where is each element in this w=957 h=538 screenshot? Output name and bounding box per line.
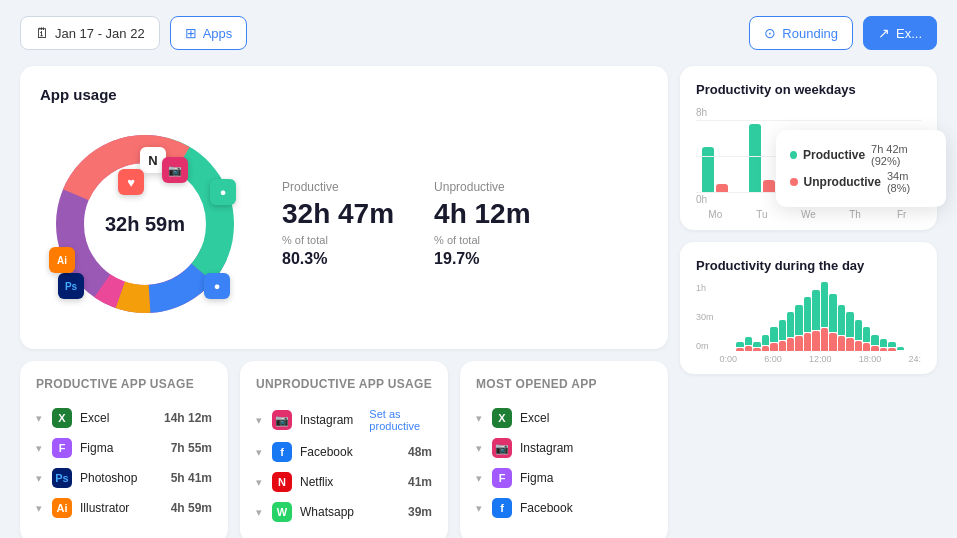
- day-bar-col: [880, 339, 887, 351]
- day-bars-wrap: 0:00 6:00 12:00 18:00 24:: [720, 283, 921, 364]
- day-prod-bar: [871, 335, 878, 345]
- day-unprod-bar: [888, 348, 895, 351]
- day-bar-col: [804, 297, 811, 351]
- most-opened-title: Most opened app: [476, 377, 652, 391]
- most-opened-app-row: ▾ F Figma: [476, 463, 652, 493]
- app-icon: X: [492, 408, 512, 428]
- day-prod-bar: [897, 347, 904, 350]
- unprod-bar: [763, 180, 775, 192]
- app-time: 39m: [408, 505, 432, 519]
- day-bar-col: [812, 290, 819, 351]
- app-stats: Productive 32h 47m % of total 80.3% Unpr…: [282, 180, 531, 268]
- app-time: 7h 55m: [171, 441, 212, 455]
- rounding-button[interactable]: ⊙ Rounding: [749, 16, 853, 50]
- date-range-button[interactable]: 🗓 Jan 17 - Jan 22: [20, 16, 160, 50]
- day-unprod-bar: [770, 343, 777, 351]
- app-icon: f: [272, 442, 292, 462]
- chevron-icon: ▾: [476, 502, 482, 515]
- chevron-icon: ▾: [256, 506, 262, 519]
- day-bar-col: [779, 320, 786, 351]
- day-bar-col: [897, 347, 904, 351]
- tooltip-prod-dot: [790, 151, 797, 159]
- day-chart-inner: 1h 30m 0m: [696, 283, 921, 364]
- app-name: Figma: [80, 441, 163, 455]
- set-productive-btn[interactable]: Set as productive: [369, 408, 432, 432]
- app-icon: f: [492, 498, 512, 518]
- tooltip-unproductive-row: Unproductive 34m (8%): [790, 170, 932, 194]
- app-usage-card: App usage: [20, 66, 668, 349]
- right-panel: Productivity on weekdays 8h: [680, 66, 937, 538]
- day-unprod-bar: [871, 346, 878, 351]
- app-name: Facebook: [520, 501, 652, 515]
- apps-label: Apps: [203, 26, 233, 41]
- apps-filter-button[interactable]: ⊞ Apps: [170, 16, 248, 50]
- day-bar-col: [829, 294, 836, 351]
- app-name: Netflix: [300, 475, 346, 489]
- app-time: 48m: [408, 445, 432, 459]
- chevron-icon: ▾: [476, 412, 482, 425]
- day-x-6: 6:00: [764, 354, 782, 364]
- day-unprod-bar: [779, 341, 786, 351]
- app-time: 4h 59m: [171, 501, 212, 515]
- day-unprod-bar: [795, 336, 802, 351]
- productive-app-row: ▾ Ps Photoshop 5h 41m: [36, 463, 212, 493]
- app-time: 14h 12m: [164, 411, 212, 425]
- app-icon: Ai: [52, 498, 72, 518]
- day-prod-bar: [779, 320, 786, 340]
- chevron-icon: ▾: [256, 446, 262, 459]
- unproductive-pct-label: % of total: [434, 234, 531, 246]
- app-icon: W: [272, 502, 292, 522]
- productive-app-row: ▾ F Figma 7h 55m: [36, 433, 212, 463]
- day-bar-col: [770, 327, 777, 351]
- app-time: 41m: [408, 475, 432, 489]
- day-bar-col: [871, 335, 878, 351]
- unproductive-apps-title: Unproductive app usage: [256, 377, 432, 391]
- prod-bar: [702, 147, 714, 192]
- productive-apps-title: Productive app usage: [36, 377, 212, 391]
- apps-icon: ⊞: [185, 25, 197, 41]
- grid-line-top: [696, 120, 921, 121]
- productive-value: 32h 47m: [282, 198, 394, 230]
- day-unprod-bar: [863, 343, 870, 351]
- productive-app-row: ▾ X Excel 14h 12m: [36, 403, 212, 433]
- app-name: Excel: [80, 411, 156, 425]
- weekday-bars-area: Productive 7h 42m (92%) Unproductive 34m…: [696, 120, 921, 192]
- bottom-row: Productive app usage ▾ X Excel 14h 12m ▾…: [20, 361, 668, 538]
- day-x-18: 18:00: [859, 354, 882, 364]
- app-icon: 📷: [272, 410, 292, 430]
- day-x-24: 24:: [908, 354, 921, 364]
- day-prod-bar: [888, 342, 895, 347]
- day-y-1h: 1h: [696, 283, 714, 293]
- day-x-labels: 0:00 6:00 12:00 18:00 24:: [720, 354, 921, 364]
- day-unprod-bar: [753, 348, 760, 351]
- unprod-bar: [716, 184, 728, 192]
- date-range-label: Jan 17 - Jan 22: [55, 26, 145, 41]
- day-prod-bar: [880, 339, 887, 347]
- export-button[interactable]: ↗ Ex...: [863, 16, 937, 50]
- app-name: Facebook: [300, 445, 353, 459]
- app-name: Instagram: [300, 413, 353, 427]
- day-unprod-bar: [804, 333, 811, 351]
- most-opened-app-row: ▾ X Excel: [476, 403, 652, 433]
- day-unprod-bar: [762, 346, 769, 351]
- weekday-label: Th: [836, 209, 875, 220]
- app-name: Instagram: [520, 441, 652, 455]
- app-icon: F: [52, 438, 72, 458]
- chevron-icon: ▾: [476, 442, 482, 455]
- chevron-icon: ▾: [36, 472, 42, 485]
- unproductive-stat: Unproductive 4h 12m % of total 19.7%: [434, 180, 531, 268]
- day-bar-col: [821, 282, 828, 351]
- unproductive-value: 4h 12m: [434, 198, 531, 230]
- day-prod-bar: [838, 305, 845, 335]
- day-bar-col: [838, 305, 845, 351]
- day-y-axis: 1h 30m 0m: [696, 283, 716, 351]
- day-prod-bar: [812, 290, 819, 330]
- weekday-label: Mo: [696, 209, 735, 220]
- most-opened-app-row: ▾ f Facebook: [476, 493, 652, 523]
- weekday-chart-area: 8h: [696, 107, 921, 220]
- app-icon: Ps: [52, 468, 72, 488]
- unproductive-apps-list: ▾ 📷 Instagram Set as productive ▾ f Face…: [256, 403, 432, 527]
- day-prod-bar: [855, 320, 862, 340]
- chevron-icon: ▾: [36, 412, 42, 425]
- tooltip-unprod-dot: [790, 178, 798, 186]
